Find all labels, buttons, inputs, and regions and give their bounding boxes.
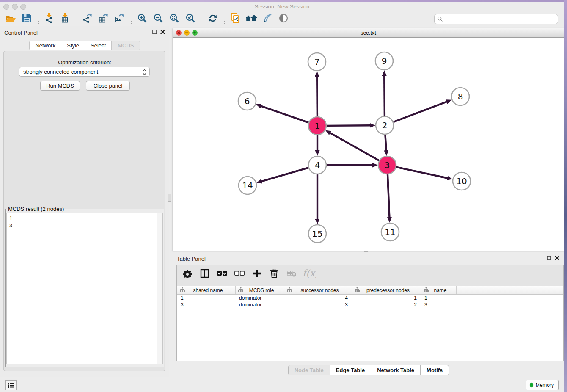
optimization-criterion-select[interactable]: strongly connected component xyxy=(19,67,150,77)
table-settings-button[interactable] xyxy=(182,269,193,280)
tab-motifs[interactable]: Motifs xyxy=(421,365,449,375)
home-layout-icon xyxy=(245,14,258,25)
apply-style-button[interactable] xyxy=(261,13,274,25)
edge-1-2[interactable] xyxy=(327,125,371,126)
node-6[interactable]: 6 xyxy=(238,92,256,110)
memory-button[interactable]: Memory xyxy=(526,380,559,390)
table-cell: 3 xyxy=(421,301,457,308)
edge-1-6[interactable] xyxy=(260,106,308,123)
svg-text:f(x): f(x) xyxy=(303,268,316,279)
network-window-title: scc.txt xyxy=(173,30,564,36)
node-1[interactable]: 1 xyxy=(308,117,326,135)
search-icon xyxy=(437,16,443,22)
save-session-button[interactable] xyxy=(20,13,33,25)
result-scrollbar[interactable] xyxy=(157,213,162,364)
column-header-predecessor-nodes[interactable]: predecessor nodes xyxy=(352,286,421,294)
edge-4-14[interactable] xyxy=(261,168,308,182)
memory-status-icon xyxy=(529,382,534,388)
node-10[interactable]: 10 xyxy=(453,172,471,190)
tab-network[interactable]: Network xyxy=(29,41,61,50)
node-label: 1 xyxy=(315,121,320,131)
close-table-panel-icon[interactable] xyxy=(555,256,559,260)
column-header-shared-name[interactable]: shared name xyxy=(177,286,236,294)
network-canvas[interactable]: 7 9 6 8 1 2 4 3 14 10 15 11 xyxy=(173,38,564,251)
close-panel-icon[interactable] xyxy=(160,30,165,34)
export-image-button[interactable] xyxy=(113,13,126,25)
node-2[interactable]: 2 xyxy=(376,116,394,134)
edge-3-10[interactable] xyxy=(396,167,448,178)
search-input[interactable] xyxy=(445,15,558,23)
float-panel-icon[interactable] xyxy=(152,30,157,34)
select-all-button[interactable] xyxy=(217,269,228,280)
zoom-in-button[interactable] xyxy=(136,13,149,25)
tab-select[interactable]: Select xyxy=(85,41,112,50)
column-header-name[interactable]: name xyxy=(421,286,457,294)
zoom-fit-icon xyxy=(169,13,179,25)
show-columns-icon xyxy=(200,269,209,280)
delete-row-icon xyxy=(270,269,278,280)
table-cell: 3 xyxy=(284,301,352,308)
add-row-button[interactable] xyxy=(251,269,262,280)
node-11[interactable]: 11 xyxy=(381,223,399,241)
export-table-icon xyxy=(98,13,109,25)
column-type-icon xyxy=(284,287,292,293)
delete-row-button[interactable] xyxy=(269,269,280,280)
panel-divider-handle[interactable] xyxy=(168,194,171,202)
edge-1-7[interactable] xyxy=(317,76,317,116)
table-row[interactable]: 3dominator323 xyxy=(177,301,563,308)
export-image-icon xyxy=(114,13,125,25)
import-table-button[interactable] xyxy=(59,13,72,25)
tab-style[interactable]: Style xyxy=(61,41,85,50)
node-3[interactable]: 3 xyxy=(378,156,396,174)
zoom-selected-button[interactable] xyxy=(184,13,197,25)
import-network-button[interactable] xyxy=(43,13,55,25)
node-8[interactable]: 8 xyxy=(451,88,469,105)
search-box xyxy=(434,14,558,24)
export-network-button[interactable] xyxy=(81,13,94,25)
show-columns-button[interactable] xyxy=(199,269,210,280)
edge-2-8[interactable] xyxy=(394,102,448,122)
run-mcds-button[interactable]: Run MCDS xyxy=(40,81,80,91)
deselect-all-button[interactable] xyxy=(234,269,245,280)
toolbar-separator xyxy=(38,13,39,25)
tab-mcds[interactable]: MCDS xyxy=(112,41,140,50)
column-type-icon xyxy=(421,287,429,293)
float-table-panel-icon[interactable] xyxy=(547,256,551,260)
table-row[interactable]: 1dominator411 xyxy=(177,295,563,301)
node-7[interactable]: 7 xyxy=(308,53,326,71)
edge-2-9[interactable] xyxy=(384,75,385,116)
table-cell: 1 xyxy=(352,295,421,301)
column-header-MCDS-role[interactable]: MCDS role xyxy=(236,286,284,294)
refresh-layout-button[interactable] xyxy=(206,13,219,25)
mcds-result-textarea[interactable]: 1 3 xyxy=(6,213,163,364)
status-bar: Memory xyxy=(0,377,564,392)
delete-table-button xyxy=(286,269,297,280)
node-14[interactable]: 14 xyxy=(239,177,256,194)
tab-node-table[interactable]: Node Table xyxy=(288,365,330,375)
edge-2-3[interactable] xyxy=(385,135,386,151)
close-panel-button[interactable]: Close panel xyxy=(86,81,130,91)
window-title: Session: New Session xyxy=(0,3,564,10)
column-label: predecessor nodes xyxy=(360,287,421,293)
edge-3-11[interactable] xyxy=(388,174,390,218)
node-label: 6 xyxy=(245,96,250,106)
show-graphics-details-button[interactable] xyxy=(277,13,290,25)
tab-edge-table[interactable]: Edge Table xyxy=(330,365,371,375)
column-header-successor-nodes[interactable]: successor nodes xyxy=(284,286,352,294)
node-4[interactable]: 4 xyxy=(308,156,326,174)
zoom-out-icon xyxy=(153,13,163,25)
export-table-button[interactable] xyxy=(97,13,110,25)
open-session-button[interactable] xyxy=(4,13,17,25)
node-label: 10 xyxy=(456,176,467,186)
zoom-out-button[interactable] xyxy=(152,13,165,25)
node-9[interactable]: 9 xyxy=(375,52,393,70)
task-history-button[interactable] xyxy=(5,380,17,390)
tab-network-table[interactable]: Network Table xyxy=(371,365,421,375)
zoom-fit-button[interactable] xyxy=(168,13,181,25)
column-type-icon xyxy=(352,287,360,293)
node-15[interactable]: 15 xyxy=(308,225,326,243)
table-cell: 1 xyxy=(177,295,236,301)
edge-3-1[interactable] xyxy=(330,133,379,160)
duplicate-network-button[interactable] xyxy=(229,13,242,25)
home-layout-button[interactable] xyxy=(245,13,258,25)
